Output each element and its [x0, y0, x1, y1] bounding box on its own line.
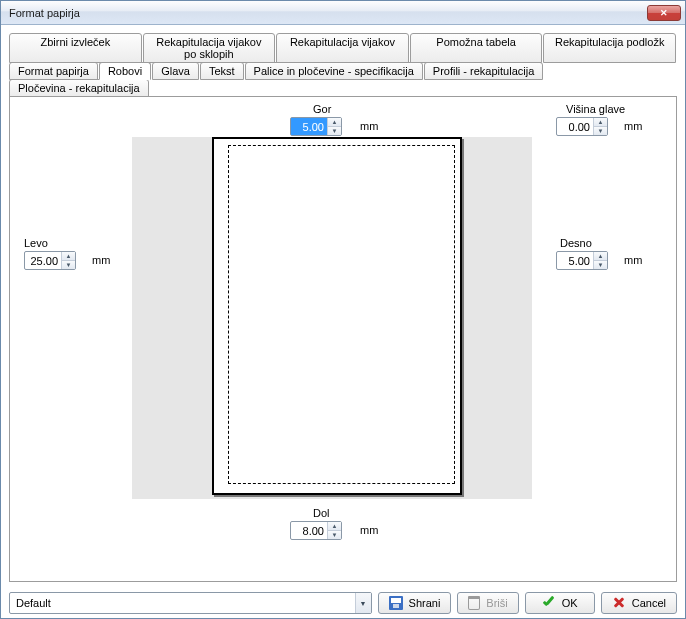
tab-rekap-vijakov-sklopih[interactable]: Rekapitulacija vijakov po sklopih	[143, 33, 276, 63]
spin-down-icon[interactable]: ▼	[594, 261, 607, 269]
tab-panel-robovi: Gor ▲ ▼ mm Višina glave ▲ ▼ mm	[9, 96, 677, 582]
save-button[interactable]: Shrani	[378, 592, 452, 614]
spin-right-margin[interactable]: ▲ ▼	[556, 251, 608, 270]
input-top-margin[interactable]	[291, 118, 327, 135]
spin-down-icon[interactable]: ▼	[62, 261, 75, 269]
input-left-margin[interactable]	[25, 252, 61, 269]
spin-head-height[interactable]: ▲ ▼	[556, 117, 608, 136]
spin-down-icon[interactable]: ▼	[328, 531, 341, 539]
close-icon: ✕	[660, 8, 668, 18]
unit-bottom-margin: mm	[360, 524, 378, 536]
chevron-down-icon[interactable]: ▼	[355, 593, 371, 613]
tab-zbirni-izvlecek[interactable]: Zbirni izvleček	[9, 33, 142, 63]
tab-rekap-vijakov[interactable]: Rekapitulacija vijakov	[276, 33, 409, 63]
tab-glava[interactable]: Glava	[152, 62, 199, 80]
spin-up-icon[interactable]: ▲	[328, 522, 341, 531]
spin-bottom-margin[interactable]: ▲ ▼	[290, 521, 342, 540]
window-title: Format papirja	[9, 7, 647, 19]
paper-printable-area	[228, 145, 455, 484]
spin-up-icon[interactable]: ▲	[594, 118, 607, 127]
check-icon	[542, 596, 556, 610]
spin-up-icon[interactable]: ▲	[62, 252, 75, 261]
label-top-margin: Gor	[313, 103, 331, 115]
tab-robovi[interactable]: Robovi	[99, 62, 151, 80]
spin-top-margin[interactable]: ▲ ▼	[290, 117, 342, 136]
paper-page	[212, 137, 462, 495]
input-right-margin[interactable]	[557, 252, 593, 269]
unit-top-margin: mm	[360, 120, 378, 132]
spin-up-icon[interactable]: ▲	[594, 252, 607, 261]
tab-pomozn-tabela[interactable]: Pomožna tabela	[410, 33, 543, 63]
delete-button[interactable]: Briši	[457, 592, 518, 614]
tab-tekst[interactable]: Tekst	[200, 62, 244, 80]
spin-left-margin[interactable]: ▲ ▼	[24, 251, 76, 270]
tabs-row-2: Format papirja Robovi Glava Tekst Palice…	[9, 62, 677, 96]
spin-down-icon[interactable]: ▼	[328, 127, 341, 135]
input-head-height[interactable]	[557, 118, 593, 135]
spin-up-icon[interactable]: ▲	[328, 118, 341, 127]
unit-left-margin: mm	[92, 254, 110, 266]
profile-combo-text: Default	[10, 597, 355, 609]
ok-button[interactable]: OK	[525, 592, 595, 614]
tab-rekap-podlozk[interactable]: Rekapitulacija podložk	[543, 33, 676, 63]
tabs-row-1: Zbirni izvleček Rekapitulacija vijakov p…	[9, 33, 677, 62]
x-icon	[612, 596, 626, 610]
save-icon	[389, 596, 403, 610]
label-left-margin: Levo	[24, 237, 48, 249]
tab-profili-rekap[interactable]: Profili - rekapitulacija	[424, 62, 543, 80]
tab-plocevina-rekap[interactable]: Pločevina - rekapitulacija	[9, 79, 149, 97]
spin-down-icon[interactable]: ▼	[594, 127, 607, 135]
tab-format-papirja[interactable]: Format papirja	[9, 62, 98, 80]
paper-preview-area	[132, 137, 532, 499]
window-close-button[interactable]: ✕	[647, 5, 681, 21]
label-head-height: Višina glave	[566, 103, 625, 115]
input-bottom-margin[interactable]	[291, 522, 327, 539]
label-bottom-margin: Dol	[313, 507, 330, 519]
titlebar: Format papirja ✕	[1, 1, 685, 25]
trash-icon	[468, 596, 480, 610]
unit-right-margin: mm	[624, 254, 642, 266]
footer-bar: Default ▼ Shrani Briši OK Cancel	[9, 586, 677, 614]
label-right-margin: Desno	[560, 237, 592, 249]
unit-head-height: mm	[624, 120, 642, 132]
tab-palice-plocevine[interactable]: Palice in pločevine - specifikacija	[245, 62, 423, 80]
profile-combo[interactable]: Default ▼	[9, 592, 372, 614]
cancel-button[interactable]: Cancel	[601, 592, 677, 614]
dialog-content: Zbirni izvleček Rekapitulacija vijakov p…	[1, 25, 685, 618]
